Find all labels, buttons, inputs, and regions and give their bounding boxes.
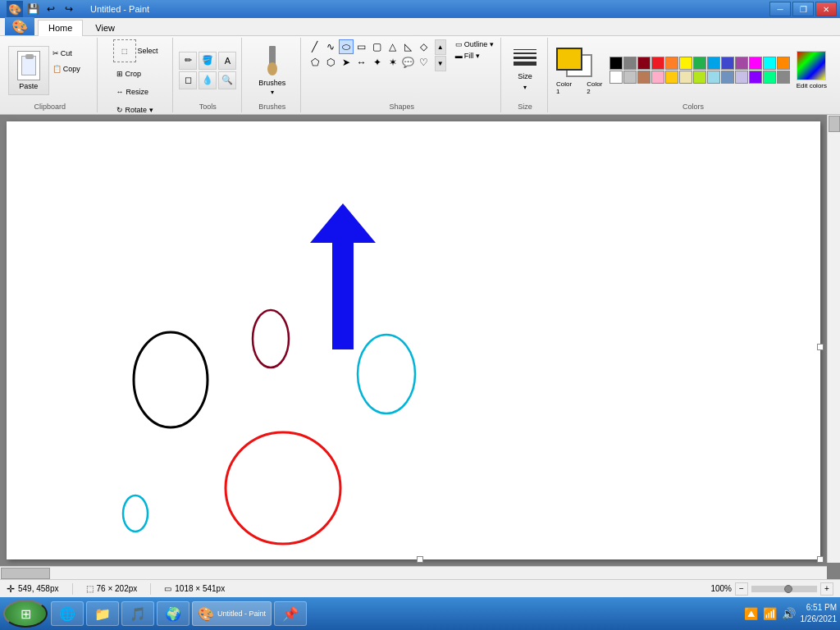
swatch-yellow[interactable] — [679, 57, 692, 70]
paint-menu-button[interactable]: 🎨 — [5, 17, 34, 35]
resize-button[interactable]: ↔ Resize — [113, 84, 153, 100]
canvas-resize-corner[interactable] — [817, 556, 824, 563]
swatch-lavender[interactable] — [735, 71, 748, 84]
system-clock[interactable]: 6:51 PM 1/26/2021 — [801, 602, 838, 625]
size-line-4 — [514, 62, 536, 66]
shape-heart[interactable]: ♡ — [417, 55, 431, 70]
swatch-gold[interactable] — [665, 71, 678, 84]
swatch-skyblue[interactable] — [707, 71, 720, 84]
swatch-steelblue[interactable] — [721, 71, 734, 84]
fill-button[interactable]: ▬ Fill ▾ — [453, 51, 496, 61]
shape-star4[interactable]: ✦ — [370, 55, 385, 70]
shape-rect[interactable]: ▭ — [354, 39, 369, 54]
save-quick-btn[interactable]: 💾 — [25, 1, 41, 17]
colors-content: Color 1 Color 2 — [555, 39, 832, 101]
shape-righttri[interactable]: ◺ — [401, 39, 416, 54]
ie-icon: 🌐 — [59, 606, 75, 622]
taskbar-ie[interactable]: 🌐 — [51, 601, 84, 626]
paste-icon — [17, 51, 40, 80]
taskbar-paint[interactable]: 🎨 Untitled - Paint — [192, 601, 272, 626]
scrollbar-vertical[interactable] — [827, 115, 840, 563]
outline-button[interactable]: ▭ Outline ▾ — [453, 39, 496, 49]
shape-diamond[interactable]: ◇ — [417, 39, 431, 54]
network-icon[interactable]: 📶 — [763, 607, 777, 620]
shape-star6[interactable]: ✶ — [386, 55, 400, 70]
shape-hexagon[interactable]: ⬡ — [323, 55, 338, 70]
scrollbar-v-thumb[interactable] — [829, 116, 840, 132]
crop-button[interactable]: ⊞ Crop — [113, 66, 145, 82]
volume-icon[interactable]: 🔊 — [782, 607, 796, 620]
swatch-cyan[interactable] — [763, 57, 776, 70]
zoom-in-button[interactable]: + — [820, 582, 833, 596]
minimize-button[interactable]: ─ — [769, 2, 791, 16]
swatch-orange[interactable] — [665, 57, 678, 70]
color1-slot[interactable] — [556, 48, 582, 71]
swatch-lime[interactable] — [693, 71, 706, 84]
fill-tool[interactable]: 🪣 — [199, 52, 217, 70]
taskbar-pin[interactable]: 📌 — [274, 601, 307, 626]
taskbar-browser[interactable]: 🌍 — [157, 601, 189, 626]
swatch-green[interactable] — [693, 57, 706, 70]
start-button[interactable]: ⊞ — [3, 600, 48, 628]
tab-view[interactable]: View — [84, 20, 126, 35]
swatch-blue[interactable] — [721, 57, 734, 70]
copy-button[interactable]: 📋 Copy — [51, 62, 92, 76]
canvas-area[interactable] — [7, 121, 820, 559]
cut-button[interactable]: ✂ Cut — [51, 46, 92, 61]
outline-fill-options: ▭ Outline ▾ ▬ Fill ▾ — [453, 39, 496, 61]
drawing-canvas[interactable] — [7, 121, 820, 559]
swatch-lightgray[interactable] — [623, 71, 637, 84]
paste-button[interactable]: Paste — [8, 46, 49, 95]
swatch-purple[interactable] — [735, 57, 748, 70]
shapes-scroll-up[interactable]: ▲ — [435, 39, 446, 55]
edit-colors-button[interactable]: Edit colors — [792, 46, 832, 95]
text-tool[interactable]: A — [218, 52, 236, 70]
swatch-red[interactable] — [651, 57, 664, 70]
tray-expand-icon[interactable]: 🔼 — [744, 607, 758, 620]
shape-roundrect[interactable]: ▢ — [370, 39, 385, 54]
colorpick-tool[interactable]: 💧 — [199, 71, 217, 89]
swatch-lightblue[interactable] — [707, 57, 720, 70]
shape-triangle[interactable]: △ — [386, 39, 400, 54]
tab-home[interactable]: Home — [38, 20, 83, 36]
shape-callout[interactable]: 💬 — [401, 55, 416, 70]
shape-ellipse[interactable]: ⬭ — [339, 39, 354, 54]
magnifier-tool[interactable]: 🔍 — [218, 71, 236, 89]
swatch-darkorange[interactable] — [777, 57, 790, 70]
pencil-tool[interactable]: ✏ — [179, 52, 197, 70]
canvas-resize-right[interactable] — [817, 344, 824, 350]
scrollbar-horizontal[interactable] — [0, 566, 827, 579]
swatch-magenta[interactable] — [749, 57, 762, 70]
shapes-scroll-down[interactable]: ▼ — [435, 56, 446, 71]
shape-line[interactable]: ╱ — [308, 39, 322, 54]
shape-pentagon[interactable]: ⬠ — [308, 55, 322, 70]
zoom-out-button[interactable]: − — [735, 582, 748, 596]
close-button[interactable]: ✕ — [815, 2, 837, 16]
shape-arrow[interactable]: ➤ — [339, 55, 354, 70]
swatch-cream[interactable] — [679, 71, 692, 84]
swatch-gray[interactable] — [623, 57, 637, 70]
swatch-mint[interactable] — [763, 71, 776, 84]
maximize-button[interactable]: ❐ — [792, 2, 814, 16]
size-button[interactable]: Size ▾ — [508, 46, 542, 95]
taskbar-media[interactable]: 🎵 — [121, 601, 154, 626]
swatch-pink[interactable] — [651, 71, 664, 84]
eraser-tool[interactable]: ◻ — [179, 71, 197, 89]
swatch-medgray[interactable] — [777, 71, 790, 84]
swatch-white[interactable] — [609, 71, 623, 84]
shapes-content: ╱ ∿ ⬭ ▭ ▢ △ ◺ ◇ ⬠ ⬡ ➤ ↔ ✦ ✶ 💬 ♡ — [308, 39, 496, 101]
taskbar-explorer[interactable]: 📁 — [86, 601, 119, 626]
swatch-brown[interactable] — [637, 71, 651, 84]
canvas-resize-bottom[interactable] — [417, 556, 423, 563]
swatch-darkred[interactable] — [637, 57, 651, 70]
brushes-button[interactable]: Brushes ▾ — [252, 46, 293, 95]
swatch-black[interactable] — [609, 57, 623, 70]
swatch-violet[interactable] — [749, 71, 762, 84]
zoom-slider[interactable] — [751, 586, 817, 592]
redo-quick-btn[interactable]: ↪ — [61, 1, 77, 17]
shape-doublearrow[interactable]: ↔ — [354, 55, 369, 70]
zoom-area: 100% − + — [710, 582, 833, 596]
scrollbar-h-thumb[interactable] — [1, 568, 50, 579]
undo-quick-btn[interactable]: ↩ — [43, 1, 59, 17]
shape-curve[interactable]: ∿ — [323, 39, 338, 54]
